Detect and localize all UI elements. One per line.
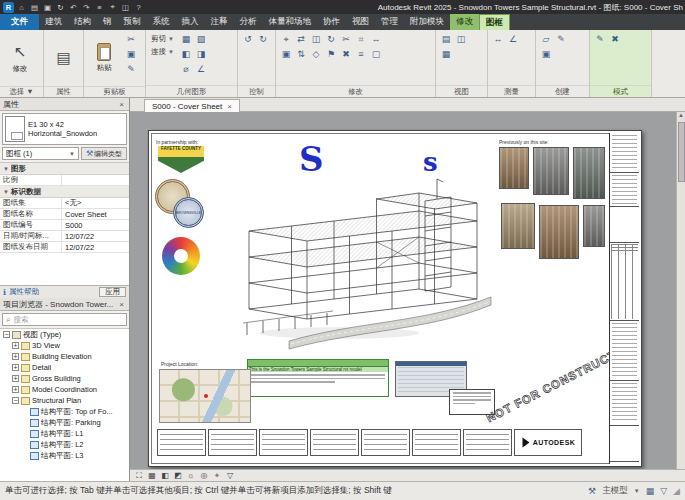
chevron-down-icon[interactable]: ▼ [634,488,640,494]
undo-control-icon[interactable]: ↺ [241,32,255,46]
expander-icon[interactable]: − [12,397,19,404]
tree-item-7[interactable]: 结构平面: Top of Fo... [0,406,129,417]
worksets-icon[interactable]: ⚒ [588,486,596,496]
split-icon[interactable]: ⇅ [294,47,308,61]
pin-icon[interactable]: ⚑ [324,47,338,61]
tree-item-3[interactable]: +Detail [0,362,129,373]
tree-item-2[interactable]: +Building Elevation [0,351,129,362]
panel-label-select[interactable]: 选择 ▼ [0,86,43,97]
panel-label-geometry[interactable]: 几何图形 [146,85,237,97]
element-filter-combo[interactable]: 图框 (1)▼ [2,147,79,160]
group-icon[interactable]: ▢ [369,47,383,61]
cut-geometry-button[interactable]: 剪切▼ [149,32,176,45]
join-tool-icon[interactable]: ≡ [354,47,368,61]
temporary-hide-icon[interactable]: ▽ [224,471,236,481]
visual-style-icon[interactable]: ◩ [172,471,184,481]
resize-grip[interactable]: ◢ [673,486,680,496]
revit-logo[interactable]: R [3,2,14,13]
properties-palette-button[interactable]: ▤ [47,32,80,84]
ribbon-tab-7[interactable]: 分析 [234,14,263,30]
expander-icon[interactable]: + [12,364,19,371]
cut-geometry-icon[interactable]: ▦ [179,32,193,46]
panel-label-controls[interactable]: 控制 [238,85,275,97]
join-geometry-button[interactable]: 连接▼ [149,45,176,58]
tree-item-1[interactable]: +3D View [0,340,129,351]
expander-icon[interactable]: + [12,353,19,360]
scale-icon[interactable]: ▦ [146,471,158,481]
drawing-area[interactable]: S000 - Cover Sheet × In partnership with… [130,98,685,481]
legend-icon[interactable]: ▣ [539,47,553,61]
rotate-icon[interactable]: ↻ [324,32,338,46]
apply-button[interactable]: 应用 [99,287,126,297]
ribbon-tab-11[interactable]: 管理 [375,14,404,30]
open-icon[interactable]: ▤ [29,2,40,13]
close-icon[interactable]: × [227,102,232,111]
panel-label-clipboard[interactable]: 剪贴板 [84,86,145,97]
tree-item-0[interactable]: −视图 (Type) [0,329,129,340]
join-icon[interactable]: ◧ [179,47,193,61]
properties-help-link[interactable]: 属性帮助 [9,287,39,297]
zoom-icon[interactable]: ⛶ [133,471,145,481]
measure-length-icon[interactable]: ↔ [491,32,505,46]
ribbon-tab-5[interactable]: 插入 [176,14,205,30]
edit-mode-icon[interactable]: ✎ [593,32,607,46]
expander-icon[interactable]: + [12,342,19,349]
array-icon[interactable]: ⌗ [354,32,368,46]
create-similar-icon[interactable]: ✎ [554,32,568,46]
home-icon[interactable]: ⌂ [16,2,27,13]
vertical-scrollbar[interactable]: ▲ [676,112,685,469]
wall-opening-icon[interactable]: ⌀ [179,62,193,76]
redo-control-icon[interactable]: ↻ [256,32,270,46]
file-menu-button[interactable]: 文件 [0,14,39,30]
ribbon-tab-9[interactable]: 协作 [317,14,346,30]
copy-icon[interactable]: ▣ [279,47,293,61]
property-value[interactable] [62,175,129,185]
copy-icon[interactable]: ▣ [124,47,138,61]
ribbon-tab-2[interactable]: 钢 [97,14,118,30]
ribbon-tab-8[interactable]: 体量和场地 [263,14,318,30]
mirror-icon[interactable]: ◫ [309,32,323,46]
tree-item-9[interactable]: 结构平面: L1 [0,428,129,439]
property-value[interactable]: S000 [62,220,129,230]
print-icon[interactable]: ≡ [94,2,105,13]
sheet-s000-cover[interactable]: In partnership with: FAYETTE COUNTY BROW… [148,130,642,467]
property-group-1[interactable]: ▼标识数据 [0,186,129,198]
expander-icon[interactable]: − [3,331,10,338]
section-icon[interactable]: ◫ [120,2,131,13]
ribbon-tab-10[interactable]: 视图 [346,14,375,30]
panel-label-measure[interactable]: 测量 [488,85,535,97]
redo-icon[interactable]: ↷ [81,2,92,13]
thin-lines-icon[interactable]: ◫ [454,32,468,46]
modify-tool-button[interactable]: ↖ 修改 [3,32,37,84]
cut-icon[interactable]: ✂ [124,32,138,46]
sync-icon[interactable]: ↻ [55,2,66,13]
ribbon-tab-modify[interactable]: 修改 [450,14,479,30]
design-options-icon[interactable]: ▦ [646,486,655,496]
offset-icon[interactable]: ⇄ [294,32,308,46]
panel-label-properties[interactable]: 属性 [44,86,83,97]
scroll-up-icon[interactable]: ▲ [678,112,684,118]
scrollbar-thumb[interactable] [678,122,685,182]
apply-coping-icon[interactable]: ▧ [194,32,208,46]
render-icon[interactable]: ▦ [439,47,453,61]
property-value[interactable]: 12/07/22 [62,231,129,241]
selection-filter-icon[interactable]: ▽ [660,486,667,496]
help-icon[interactable]: ℹ [3,288,6,297]
visibility-icon[interactable]: ▤ [439,32,453,46]
help-icon[interactable]: ? [133,2,144,13]
type-selector[interactable]: E1 30 x 42 Horizontal_Snowdon [2,113,127,145]
trim-icon[interactable]: ✂ [339,32,353,46]
view-tab-s000[interactable]: S000 - Cover Sheet × [144,99,240,112]
ribbon-tab-3[interactable]: 预制 [118,14,147,30]
measure-angle-icon[interactable]: ∠ [506,32,520,46]
paste-button[interactable]: 粘贴 [87,32,121,84]
match-type-icon[interactable]: ✎ [124,62,138,76]
move-icon[interactable]: ↔ [369,32,383,46]
scale-icon[interactable]: ◇ [309,47,323,61]
property-value[interactable]: <无> [62,198,129,208]
edit-type-button[interactable]: ⚒ 编辑类型 [81,147,127,160]
cancel-mode-icon[interactable]: ✖ [608,32,622,46]
beam-icon[interactable]: ∠ [194,62,208,76]
close-icon[interactable]: × [117,300,126,309]
ribbon-tab-titleblock[interactable]: 图框 [479,14,510,30]
